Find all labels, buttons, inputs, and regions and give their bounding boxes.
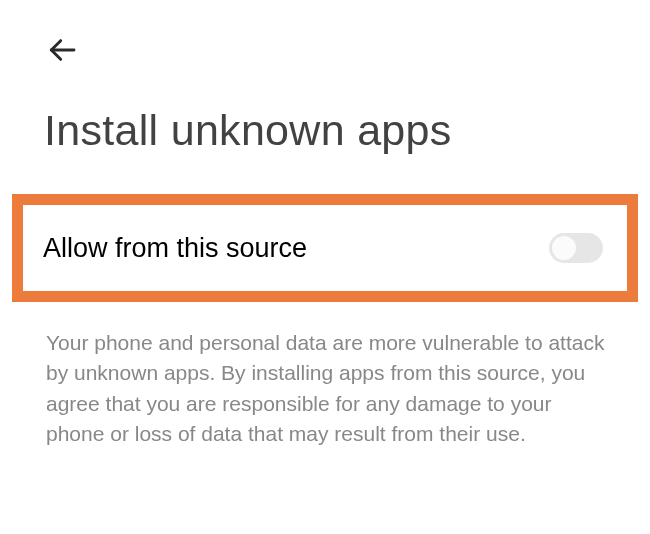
allow-source-toggle[interactable] (549, 233, 603, 263)
warning-description: Your phone and personal data are more vu… (46, 328, 606, 450)
allow-source-label: Allow from this source (43, 233, 307, 264)
arrow-left-icon (46, 34, 78, 70)
back-button[interactable] (44, 34, 80, 70)
page-title: Install unknown apps (44, 106, 452, 155)
allow-source-setting-row[interactable]: Allow from this source (12, 194, 638, 302)
toggle-thumb (552, 236, 576, 260)
